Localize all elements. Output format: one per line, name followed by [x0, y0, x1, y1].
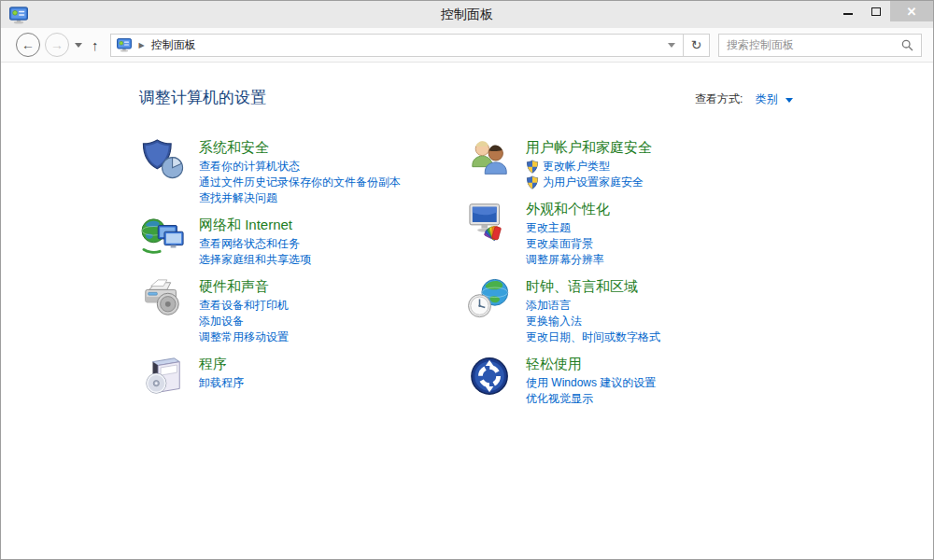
category-link[interactable]: 选择家庭组和共享选项 — [199, 252, 311, 268]
left-column: 系统和安全 查看你的计算机状态 通过文件历史记录保存你的文件备份副本 查找并解决… — [139, 138, 466, 416]
category-link[interactable]: 卸载程序 — [199, 375, 244, 391]
page-title: 调整计算机的设置 — [139, 87, 266, 108]
right-column: 用户帐户和家庭安全 更改帐户类型 — [466, 138, 793, 416]
uac-shield-icon — [526, 160, 539, 174]
view-by-label: 查看方式: — [695, 92, 743, 105]
clock-language-icon[interactable] — [466, 277, 515, 322]
category-appearance: 外观和个性化 更改主题 更改桌面背景 调整屏幕分辨率 — [466, 200, 793, 268]
view-by-dropdown-icon[interactable] — [785, 98, 793, 103]
ease-of-access-icon[interactable] — [466, 355, 515, 399]
category-link[interactable]: 优化视觉显示 — [526, 391, 593, 407]
category-link[interactable]: 使用 Windows 建议的设置 — [526, 375, 656, 391]
view-by-control: 查看方式: 类别 — [695, 91, 793, 107]
uac-shield-icon — [526, 175, 539, 189]
minimize-button[interactable] — [834, 1, 862, 21]
category-link[interactable]: 更改帐户类型 — [526, 159, 610, 175]
programs-icon[interactable] — [139, 355, 188, 399]
category-title[interactable]: 网络和 Internet — [199, 216, 292, 234]
refresh-button[interactable]: ↻ — [684, 34, 710, 57]
breadcrumb[interactable]: 控制面板 — [151, 37, 668, 53]
address-bar[interactable]: ▶ 控制面板 — [110, 34, 685, 57]
recent-pages-dropdown-icon[interactable] — [75, 43, 82, 48]
category-link[interactable]: 更改主题 — [526, 220, 571, 236]
control-panel-crumb-icon — [117, 37, 132, 52]
category-link[interactable]: 查看网络状态和任务 — [199, 236, 300, 252]
address-dropdown-icon[interactable] — [668, 43, 675, 48]
category-link-label: 更改帐户类型 — [543, 159, 610, 175]
category-link[interactable]: 查找并解决问题 — [199, 190, 277, 206]
category-clock-language: 时钟、语言和区域 添加语言 更换输入法 更改日期、时间或数字格式 — [466, 277, 793, 345]
system-security-icon[interactable] — [139, 138, 188, 183]
address-bar-group: ▶ 控制面板 ↻ — [110, 34, 711, 57]
category-title[interactable]: 时钟、语言和区域 — [526, 277, 638, 296]
forward-button[interactable]: → — [45, 33, 69, 57]
category-link[interactable]: 通过文件历史记录保存你的文件备份副本 — [199, 175, 401, 190]
network-internet-icon[interactable] — [139, 216, 188, 260]
category-title[interactable]: 用户帐户和家庭安全 — [526, 138, 652, 157]
hardware-sound-icon[interactable] — [139, 277, 188, 322]
appearance-icon[interactable] — [466, 200, 515, 245]
control-panel-window: 控制面板 ✕ ← → ↑ — [0, 0, 934, 560]
view-by-dropdown[interactable]: 类别 — [756, 92, 778, 105]
category-link-label: 为用户设置家庭安全 — [543, 175, 644, 190]
main-content: 调整计算机的设置 查看方式: 类别 — [139, 87, 793, 416]
category-title[interactable]: 程序 — [199, 355, 227, 373]
window-title: 控制面板 — [1, 7, 933, 23]
category-link[interactable]: 更改桌面背景 — [526, 236, 593, 252]
category-link[interactable]: 调整常用移动设置 — [199, 329, 289, 345]
category-title[interactable]: 轻松使用 — [526, 355, 582, 373]
category-link[interactable]: 更换输入法 — [526, 314, 582, 329]
breadcrumb-arrow-icon: ▶ — [139, 41, 145, 49]
category-title[interactable]: 系统和安全 — [199, 138, 269, 157]
search-box — [718, 34, 922, 57]
caption-buttons: ✕ — [834, 1, 933, 21]
category-link[interactable]: 添加设备 — [199, 314, 244, 329]
page-header: 调整计算机的设置 查看方式: 类别 — [139, 87, 793, 108]
user-accounts-icon[interactable] — [466, 138, 515, 183]
category-programs: 程序 卸载程序 — [139, 355, 466, 399]
navigation-toolbar: ← → ↑ ▶ 控制面板 — [1, 28, 933, 63]
category-ease-of-access: 轻松使用 使用 Windows 建议的设置 优化视觉显示 — [466, 355, 793, 407]
back-button[interactable]: ← — [16, 33, 40, 57]
search-icon — [901, 39, 913, 51]
category-link[interactable]: 查看设备和打印机 — [199, 298, 289, 314]
category-link[interactable]: 添加语言 — [526, 298, 571, 314]
category-link[interactable]: 调整屏幕分辨率 — [526, 252, 604, 268]
category-system-security: 系统和安全 查看你的计算机状态 通过文件历史记录保存你的文件备份副本 查找并解决… — [139, 138, 466, 206]
close-button[interactable]: ✕ — [890, 1, 933, 21]
category-user-accounts: 用户帐户和家庭安全 更改帐户类型 — [466, 138, 793, 190]
titlebar: 控制面板 ✕ — [1, 1, 933, 28]
category-link[interactable]: 查看你的计算机状态 — [199, 159, 300, 175]
up-button[interactable]: ↑ — [92, 37, 99, 53]
category-title[interactable]: 外观和个性化 — [526, 200, 610, 218]
maximize-button[interactable] — [862, 1, 890, 21]
category-link[interactable]: 更改日期、时间或数字格式 — [526, 329, 660, 345]
category-title[interactable]: 硬件和声音 — [199, 277, 269, 296]
category-hardware-sound: 硬件和声音 查看设备和打印机 添加设备 调整常用移动设置 — [139, 277, 466, 345]
category-link[interactable]: 为用户设置家庭安全 — [526, 175, 644, 190]
search-input[interactable] — [727, 38, 901, 51]
category-network-internet: 网络和 Internet 查看网络状态和任务 选择家庭组和共享选项 — [139, 216, 466, 268]
